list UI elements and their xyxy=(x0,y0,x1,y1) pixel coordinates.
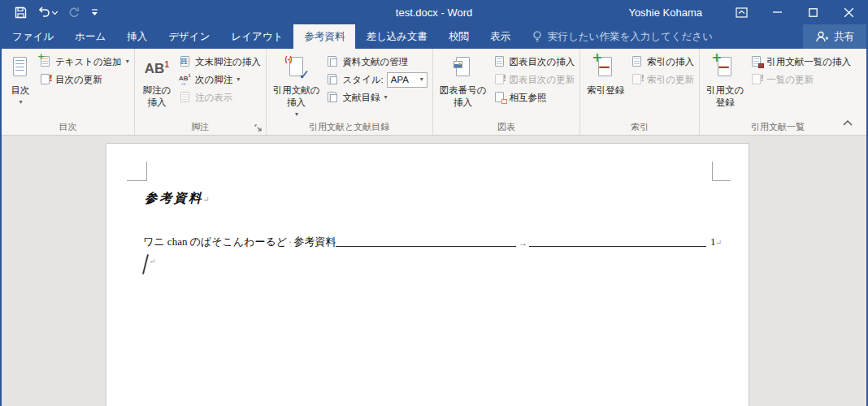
redo-button[interactable] xyxy=(68,6,80,18)
insert-table-of-figures-icon xyxy=(493,55,506,68)
dropdown-arrow-icon: ▾ xyxy=(19,99,22,106)
document-heading: 参考資料↵ xyxy=(145,190,210,207)
close-icon xyxy=(844,8,853,17)
insert-table-of-authorities-button[interactable]: 引用文献一覧の挿入 xyxy=(747,53,854,71)
dialog-launcher-icon xyxy=(254,124,262,132)
insert-endnote-button[interactable]: [i] 文末脚注の挿入 xyxy=(176,53,264,71)
undo-icon xyxy=(37,6,50,18)
customize-qat-button[interactable] xyxy=(91,8,98,16)
tab-references[interactable]: 参考資料 xyxy=(293,24,355,49)
next-footnote-button[interactable]: AB1→ 次の脚注 ▾ xyxy=(176,71,264,89)
tell-me-box[interactable]: 実行したい作業を入力してください xyxy=(521,24,724,49)
undo-button[interactable] xyxy=(37,6,58,18)
maximize-button[interactable] xyxy=(795,0,831,24)
tab-design[interactable]: デザイン xyxy=(158,24,220,49)
add-text-icon: + xyxy=(39,55,52,68)
update-index-button: ! 索引の更新 xyxy=(627,71,697,89)
insert-table-of-figures-button[interactable]: 図表目次の挿入 xyxy=(490,53,579,71)
tab-view[interactable]: 表示 xyxy=(480,24,521,49)
style-value: APA xyxy=(391,75,409,84)
style-icon xyxy=(326,73,339,86)
toc-leader xyxy=(336,246,516,247)
space-mark: · xyxy=(289,235,292,248)
group-index: +− 索引登録 索引の挿入 ! 索引の更新 索引 xyxy=(580,49,700,135)
save-button[interactable] xyxy=(15,6,27,19)
update-index-icon: ! xyxy=(631,73,644,86)
group-label-captions: 図表 xyxy=(433,121,580,133)
quick-access-toolbar xyxy=(2,6,98,19)
mark-entry-icon: +− xyxy=(593,55,618,81)
add-text-button[interactable]: + テキストの追加 ▾ xyxy=(36,53,132,71)
cross-reference-button[interactable]: 相互参照 xyxy=(490,89,579,106)
paragraph-mark: ↵ xyxy=(203,196,210,204)
group-label-citations: 引用文献と文献目録 xyxy=(267,121,432,133)
collapse-ribbon-button[interactable] xyxy=(839,116,857,129)
mark-entry-button[interactable]: +− 索引登録 xyxy=(584,51,627,123)
close-button[interactable] xyxy=(831,0,866,24)
redo-icon xyxy=(68,6,80,18)
update-toc-icon: ! xyxy=(39,73,52,86)
group-captions: 図表番号の 挿入 図表目次の挿入 ! 図表目次の更新 相互参照 図表 xyxy=(433,49,581,135)
insert-endnote-icon: [i] xyxy=(179,55,192,68)
group-footnotes: AB1 脚注の 挿入 [i] 文末脚注の挿入 AB1→ 次の脚注 ▾ 注の表示 xyxy=(135,49,267,135)
toc-icon xyxy=(8,55,33,81)
dropdown-arrow-icon: ▾ xyxy=(237,76,240,83)
insert-caption-icon xyxy=(451,55,475,81)
next-footnote-icon: AB1→ xyxy=(179,73,192,86)
share-button[interactable]: 共有 xyxy=(803,24,866,49)
tab-home[interactable]: ホーム xyxy=(64,24,116,49)
bibliography-button[interactable]: 文献目録 ▾ xyxy=(323,89,430,106)
ribbon-display-options-icon xyxy=(736,7,748,18)
tab-mailings[interactable]: 差し込み文書 xyxy=(355,24,438,49)
bibliography-style-row: スタイル: APA ▾ xyxy=(323,71,430,89)
insert-footnote-icon: AB1 xyxy=(141,55,172,81)
group-citations-bibliography: (-)✓ 引用文献の 挿入 ▾ 資料文献の管理 スタイル: APA ▾ xyxy=(267,49,433,135)
insert-table-of-authorities-icon xyxy=(750,55,763,68)
manage-sources-icon xyxy=(326,55,339,68)
group-table-of-contents: 目次 ▾ + テキストの追加 ▾ ! 目次の更新 目次 xyxy=(2,49,135,135)
bibliography-icon xyxy=(326,91,339,104)
document-page[interactable]: 参考資料↵ ワニ chan のぱそこんわーるど · 参考資料 → 1 ↵ ↵ xyxy=(106,143,749,406)
update-table-of-figures-icon: ! xyxy=(493,73,506,86)
toc-button[interactable]: 目次 ▾ xyxy=(5,51,36,123)
toc-entry-line: ワニ chan のぱそこんわーるど · 参考資料 → 1 ↵ xyxy=(143,235,722,249)
crop-mark-top-right xyxy=(712,162,731,181)
ribbon-display-options-button[interactable] xyxy=(723,0,759,24)
footnotes-dialog-launcher[interactable] xyxy=(254,123,263,132)
tab-insert[interactable]: 挿入 xyxy=(116,24,158,49)
update-table-of-authorities-button: ! 一覧の更新 xyxy=(747,71,854,89)
show-notes-button: 注の表示 xyxy=(176,89,264,106)
ribbon: 目次 ▾ + テキストの追加 ▾ ! 目次の更新 目次 AB1 脚注の 挿入 xyxy=(2,49,866,136)
toc-entry-suffix: 参考資料 xyxy=(293,235,336,249)
paragraph-mark: ↵ xyxy=(149,257,155,266)
lightbulb-icon xyxy=(532,31,542,43)
toc-leader xyxy=(529,246,706,247)
group-label-authorities: 引用文献一覧 xyxy=(700,121,856,133)
group-label-footnotes: 脚注 xyxy=(135,121,266,133)
insert-index-icon xyxy=(631,55,644,68)
mark-citation-button[interactable]: +− 引用文の 登録 xyxy=(703,51,747,123)
insert-caption-button[interactable]: 図表番号の 挿入 xyxy=(436,51,490,123)
update-table-of-authorities-icon: ! xyxy=(750,73,763,86)
dropdown-arrow-icon: ▾ xyxy=(295,111,298,118)
minimize-button[interactable] xyxy=(759,0,795,24)
update-toc-button[interactable]: ! 目次の更新 xyxy=(36,71,132,89)
insert-footnote-button[interactable]: AB1 脚注の 挿入 xyxy=(138,51,176,123)
toc-entry-text: ワニ chan のぱそこんわーるど xyxy=(143,235,287,249)
show-notes-icon xyxy=(179,91,192,104)
update-table-of-figures-button: ! 図表目次の更新 xyxy=(490,71,579,89)
group-table-of-authorities: +− 引用文の 登録 引用文献一覧の挿入 ! 一覧の更新 引用文献一覧 xyxy=(700,49,856,135)
style-select[interactable]: APA ▾ xyxy=(387,72,427,88)
tab-layout[interactable]: レイアウト xyxy=(220,24,293,49)
insert-citation-button[interactable]: (-)✓ 引用文献の 挿入 ▾ xyxy=(270,51,323,123)
title-bar: test.docx - Word Yoshie Kohama xyxy=(2,0,866,24)
maximize-icon xyxy=(809,8,818,17)
dropdown-arrow-icon: ▾ xyxy=(126,58,129,65)
manage-sources-button[interactable]: 資料文献の管理 xyxy=(323,53,430,71)
tab-review[interactable]: 校閲 xyxy=(438,24,480,49)
share-person-icon xyxy=(815,31,828,43)
tab-file[interactable]: ファイル xyxy=(2,24,64,49)
ribbon-tab-row: ファイル ホーム 挿入 デザイン レイアウト 参考資料 差し込み文書 校閲 表示… xyxy=(2,24,866,49)
insert-index-button[interactable]: 索引の挿入 xyxy=(627,53,697,71)
dropdown-arrow-icon: ▾ xyxy=(420,76,423,83)
